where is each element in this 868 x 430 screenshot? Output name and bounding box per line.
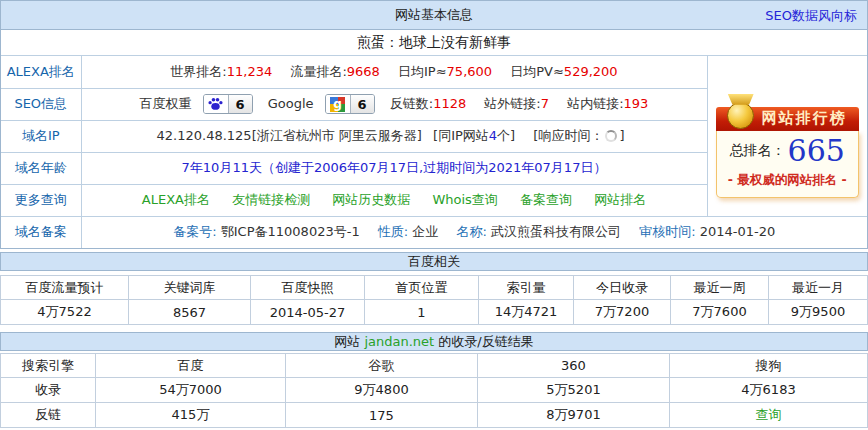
baidu-table-header-row: 百度流量预计 关键词库 百度快照 首页位置 索引量 今日收录 最近一周 最近一月	[1, 276, 868, 300]
last-month-value: 9万9500	[769, 300, 868, 325]
external-links-label: 站外链接:	[484, 96, 540, 111]
site-title-row: 煎蛋：地球上没有新鲜事	[1, 30, 867, 56]
collect-results-section: 网站 jandan.net 的收录/反链结果 搜索引擎 百度 谷歌 360 搜狗…	[0, 332, 868, 428]
total-rank-value: 665	[788, 136, 845, 166]
total-rank-label: 总排名：	[730, 142, 786, 160]
beian-number-value: 鄂ICP备11008023号-1	[221, 224, 360, 239]
beian-nature-label: 性质:	[378, 224, 408, 239]
query-link-rank[interactable]: 网站排名	[594, 192, 646, 207]
collected-360-value: 5万5201	[478, 378, 670, 403]
alexa-rank-row: ALEXA排名 世界排名:11,234 流量排名:9668 日均IP≈75,60…	[1, 56, 867, 88]
keyword-lib-value: 8567	[129, 300, 251, 325]
google-pr-value: 6	[351, 95, 374, 113]
backlink-360-value: 8万9701	[478, 403, 670, 428]
query-link-friend-links[interactable]: 友情链接检测	[232, 192, 310, 207]
query-link-beian[interactable]: 备案查询	[520, 192, 572, 207]
engine-header-google: 谷歌	[286, 354, 478, 378]
seo-info-label: SEO信息	[1, 88, 81, 120]
page-title: 网站基本信息	[395, 6, 473, 24]
query-link-history[interactable]: 网站历史数据	[332, 192, 410, 207]
more-queries-label: 更多查询	[1, 184, 81, 216]
daily-pv-label: 日均PV≈	[510, 64, 564, 79]
beian-number-label: 备案号:	[173, 224, 216, 239]
domain-link[interactable]: jandan.net	[364, 334, 434, 349]
home-position-value: 1	[365, 300, 479, 325]
domain-ip-values: 42.120.48.125[浙江省杭州市 阿里云服务器] [同IP网站4个] […	[81, 120, 707, 152]
backlink-google-value: 175	[286, 403, 478, 428]
col-header-last-week: 最近一周	[671, 276, 769, 300]
backlinks-value: 1128	[433, 96, 466, 111]
engine-header-sogou: 搜狗	[670, 354, 868, 378]
beian-nature-value: 企业	[412, 224, 438, 239]
baidu-weight-widget[interactable]: 6	[203, 94, 253, 114]
backlink-row-label: 反链	[1, 403, 96, 428]
collect-results-header: 网站 jandan.net 的收录/反链结果	[0, 332, 868, 351]
baidu-related-header: 百度相关	[0, 252, 868, 271]
backlink-row: 反链 415万 175 8万9701 查询	[1, 403, 868, 428]
seo-info-values: 百度权重6 Googleg6 反链数:1128 站外链接:7 站内链接:193	[81, 88, 707, 120]
daily-ip-label: 日均IP≈	[398, 64, 447, 79]
alexa-rank-label: ALEXA排名	[1, 56, 81, 88]
same-ip-suffix: 个]	[497, 128, 515, 143]
traffic-estimate-value: 4万7522	[1, 300, 129, 325]
baidu-paw-icon	[204, 95, 229, 113]
rank-badge-cell: 网站排行榜 总排名： 665 - 最权威的网站排名 -	[707, 56, 867, 216]
backlink-sogou-query-link[interactable]: 查询	[756, 407, 782, 422]
col-header-home-position: 首页位置	[365, 276, 479, 300]
collect-results-table: 搜索引擎 百度 谷歌 360 搜狗 收录 54万7000 9万4800 5万52…	[0, 353, 868, 428]
backlinks-label: 反链数:	[390, 96, 433, 111]
baidu-related-table: 百度流量预计 关键词库 百度快照 首页位置 索引量 今日收录 最近一周 最近一月…	[0, 275, 868, 325]
col-header-snapshot: 百度快照	[251, 276, 365, 300]
traffic-rank-label: 流量排名:	[290, 64, 346, 79]
domain-ip-label: 域名IP	[1, 120, 81, 152]
domain-beian-label: 域名备案	[1, 216, 81, 248]
basic-info-header: 网站基本信息 SEO数据风向标	[1, 1, 867, 30]
collected-row-label: 收录	[1, 378, 96, 403]
query-link-alexa[interactable]: ALEXA排名	[142, 192, 210, 207]
collect-title-prefix: 网站	[334, 333, 360, 351]
response-time-suffix: ]	[619, 128, 624, 143]
last-week-value: 7万7600	[671, 300, 769, 325]
gold-medal-icon	[724, 94, 758, 134]
col-header-index-volume: 索引量	[479, 276, 574, 300]
response-time-label: [响应时间：	[533, 128, 603, 143]
domain-age-values: 7年10月11天（创建于2006年07月17日,过期时间为2021年07月17日…	[81, 152, 707, 184]
today-collected-value: 7万7200	[574, 300, 671, 325]
daily-pv-value: 529,200	[564, 64, 618, 79]
corner-header-search-engine: 搜索引擎	[1, 354, 96, 378]
collected-sogou-value: 4万6183	[670, 378, 868, 403]
rank-badge-slogan: - 最权威的网站排名 -	[719, 172, 856, 189]
backlink-baidu-value: 415万	[96, 403, 286, 428]
google-pr-widget[interactable]: g6	[325, 94, 375, 114]
beian-name-value: 武汉煎蛋科技有限公司	[491, 224, 621, 239]
daily-ip-value: 75,600	[447, 64, 493, 79]
baidu-related-title: 百度相关	[408, 253, 460, 271]
internal-links-value: 193	[624, 96, 649, 111]
collect-title-suffix: 的收录/反链结果	[438, 333, 533, 351]
seo-trend-link[interactable]: SEO数据风向标	[765, 1, 857, 30]
traffic-rank-value: 9668	[347, 64, 380, 79]
rank-badge-body: 总排名： 665 - 最权威的网站排名 -	[716, 131, 859, 198]
baidu-weight-value: 6	[229, 95, 252, 113]
collected-baidu-value: 54万7000	[96, 378, 286, 403]
site-rank-badge[interactable]: 网站排行榜 总排名： 665 - 最权威的网站排名 -	[716, 107, 859, 198]
ip-address-value: 42.120.48.125[浙江省杭州市 阿里云服务器]	[157, 128, 422, 143]
col-header-today-collected: 今日收录	[574, 276, 671, 300]
basic-info-section: 网站基本信息 SEO数据风向标 煎蛋：地球上没有新鲜事 ALEXA排名 世界排名…	[0, 0, 868, 249]
loading-spinner-icon	[605, 130, 617, 142]
alexa-rank-values: 世界排名:11,234 流量排名:9668 日均IP≈75,600 日均PV≈5…	[81, 56, 707, 88]
domain-beian-row: 域名备案 备案号: 鄂ICP备11008023号-1 性质: 企业 名称: 武汉…	[1, 216, 867, 248]
query-link-whois[interactable]: Whois查询	[432, 192, 497, 207]
same-ip-count-link[interactable]: 4	[489, 128, 497, 143]
engine-header-baidu: 百度	[96, 354, 286, 378]
internal-links-label: 站内链接:	[567, 96, 623, 111]
google-logo-icon: g	[326, 95, 351, 113]
col-header-traffic-estimate: 百度流量预计	[1, 276, 129, 300]
domain-age-label: 域名年龄	[1, 152, 81, 184]
beian-audit-value: 2014-01-20	[700, 224, 776, 239]
same-ip-prefix: [同IP网站	[433, 128, 489, 143]
col-header-last-month: 最近一月	[769, 276, 868, 300]
more-queries-links: ALEXA排名 友情链接检测 网站历史数据 Whois查询 备案查询 网站排名	[81, 184, 707, 216]
domain-age-value: 7年10月11天（创建于2006年07月17日,过期时间为2021年07月17日…	[182, 160, 607, 175]
page: 网站基本信息 SEO数据风向标 煎蛋：地球上没有新鲜事 ALEXA排名 世界排名…	[0, 0, 868, 430]
